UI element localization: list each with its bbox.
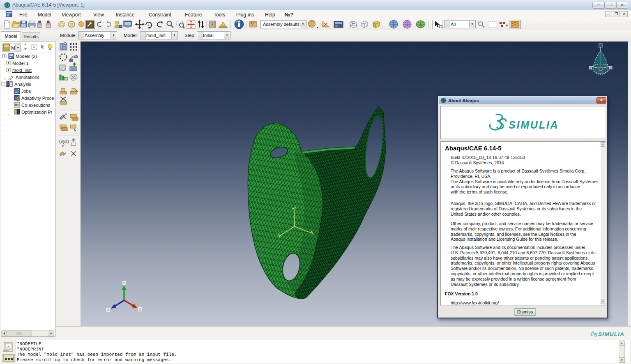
svg-text:S: S	[594, 332, 597, 337]
svg-text:Jobs: Jobs	[21, 89, 31, 94]
svg-text:Adaptivity Proce: Adaptivity Proce	[21, 96, 54, 101]
svg-text:Co-executions: Co-executions	[21, 103, 51, 108]
svg-text:SIMULIA: SIMULIA	[509, 119, 559, 131]
svg-text:SIMULIA: SIMULIA	[598, 331, 624, 337]
svg-text:(xyz): (xyz)	[59, 139, 69, 144]
svg-text:∂: ∂	[590, 329, 594, 337]
svg-text:Annotations: Annotations	[16, 75, 40, 80]
svg-text:Z: Z	[107, 308, 109, 312]
svg-text:M: M	[11, 45, 15, 51]
svg-text:Models (2): Models (2)	[16, 54, 37, 59]
svg-text:Model-1: Model-1	[12, 61, 29, 66]
svg-text:Optimization Pr: Optimization Pr	[21, 110, 53, 115]
svg-text:X: X	[139, 308, 141, 311]
svg-text:Analysis: Analysis	[14, 82, 31, 87]
svg-text:Y: Y	[123, 281, 126, 285]
svg-text:mold_inst: mold_inst	[12, 68, 32, 73]
